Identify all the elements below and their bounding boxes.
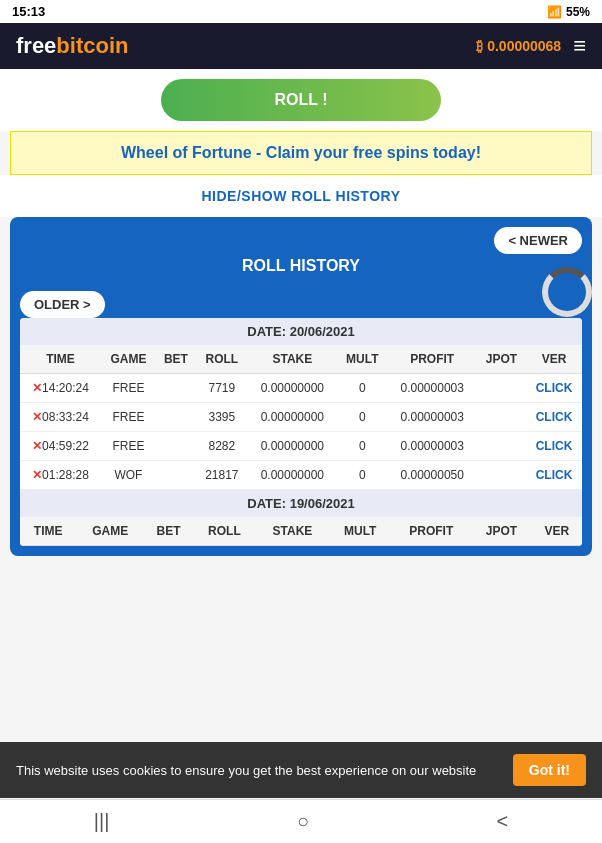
cell-time: ✕08:33:24 [20, 403, 101, 432]
click-link[interactable]: CLICK [536, 410, 573, 424]
click-link[interactable]: CLICK [536, 439, 573, 453]
time: 15:13 [12, 4, 45, 19]
cell-jpot [477, 403, 526, 432]
col-game: GAME [101, 345, 156, 374]
col-roll: ROLL [196, 345, 248, 374]
col-mult: MULT [337, 345, 388, 374]
cell-jpot [477, 374, 526, 403]
nav-back-button[interactable]: < [477, 802, 529, 841]
cell-roll: 21817 [196, 461, 248, 490]
date-row-2: DATE: 19/06/2021 [20, 490, 582, 517]
cell-time: ✕14:20:24 [20, 374, 101, 403]
x-icon: ✕ [32, 439, 42, 453]
col-stake: STAKE [248, 345, 337, 374]
cell-roll: 3395 [196, 403, 248, 432]
col-game-2: GAME [76, 517, 144, 546]
cell-roll: 8282 [196, 432, 248, 461]
history-table-2: TIME GAME BET ROLL STAKE MULT PROFIT JPO… [20, 517, 582, 546]
table-row: ✕01:28:28 WOF 21817 0.00000000 0 0.00000… [20, 461, 582, 490]
table-row: ✕14:20:24 FREE 7719 0.00000000 0 0.00000… [20, 374, 582, 403]
cell-mult: 0 [337, 374, 388, 403]
x-icon: ✕ [32, 468, 42, 482]
x-icon: ✕ [32, 410, 42, 424]
table-row: ✕04:59:22 FREE 8282 0.00000000 0 0.00000… [20, 432, 582, 461]
click-link[interactable]: CLICK [536, 381, 573, 395]
col-profit: PROFIT [388, 345, 477, 374]
col-ver-2: VER [532, 517, 582, 546]
col-bet-2: BET [144, 517, 193, 546]
cell-game: FREE [101, 403, 156, 432]
history-table-wrap: DATE: 20/06/2021 TIME GAME BET ROLL STAK… [20, 318, 582, 546]
toggle-history-link[interactable]: HIDE/SHOW ROLL HISTORY [202, 188, 401, 204]
cell-roll: 7719 [196, 374, 248, 403]
cookie-text: This website uses cookies to ensure you … [16, 763, 501, 778]
cell-ver[interactable]: CLICK [526, 432, 582, 461]
bottom-nav: ||| ○ < [0, 799, 602, 843]
cell-bet [156, 432, 196, 461]
btc-balance: ₿ 0.00000068 [476, 38, 561, 54]
status-icons: 📶 55% [547, 5, 590, 19]
signal-icon: 📶 [547, 5, 562, 19]
col-profit-2: PROFIT [391, 517, 471, 546]
cell-game: FREE [101, 432, 156, 461]
x-icon: ✕ [32, 381, 42, 395]
roll-btn-area: ROLL ! [0, 69, 602, 131]
cell-stake: 0.00000000 [248, 374, 337, 403]
col-bet: BET [156, 345, 196, 374]
header-right: ₿ 0.00000068 ≡ [476, 33, 586, 59]
click-link[interactable]: CLICK [536, 468, 573, 482]
col-mult-2: MULT [329, 517, 391, 546]
cell-profit: 0.00000003 [388, 403, 477, 432]
nav-home-button[interactable]: ○ [277, 802, 329, 841]
cell-game: FREE [101, 374, 156, 403]
cell-time: ✕01:28:28 [20, 461, 101, 490]
cell-bet [156, 461, 196, 490]
menu-icon[interactable]: ≡ [573, 33, 586, 59]
cell-stake: 0.00000000 [248, 432, 337, 461]
col-stake-2: STAKE [256, 517, 329, 546]
wof-banner[interactable]: Wheel of Fortune - Claim your free spins… [10, 131, 592, 175]
cell-ver[interactable]: CLICK [526, 461, 582, 490]
cell-ver[interactable]: CLICK [526, 403, 582, 432]
cell-profit: 0.00000003 [388, 374, 477, 403]
older-button[interactable]: OLDER > [20, 291, 105, 318]
cell-jpot [477, 432, 526, 461]
got-it-button[interactable]: Got it! [513, 754, 586, 786]
col-roll-2: ROLL [193, 517, 256, 546]
history-table-1: TIME GAME BET ROLL STAKE MULT PROFIT JPO… [20, 345, 582, 490]
cell-profit: 0.00000050 [388, 461, 477, 490]
status-bar: 15:13 📶 55% [0, 0, 602, 23]
cell-bet [156, 374, 196, 403]
cell-game: WOF [101, 461, 156, 490]
nav-menu-button[interactable]: ||| [74, 802, 130, 841]
cell-stake: 0.00000000 [248, 461, 337, 490]
battery: 55% [566, 5, 590, 19]
col-time-2: TIME [20, 517, 76, 546]
date-row-1: DATE: 20/06/2021 [20, 318, 582, 345]
col-ver: VER [526, 345, 582, 374]
col-jpot: JPOT [477, 345, 526, 374]
table-row: ✕08:33:24 FREE 3395 0.00000000 0 0.00000… [20, 403, 582, 432]
cell-stake: 0.00000000 [248, 403, 337, 432]
cell-profit: 0.00000003 [388, 432, 477, 461]
wof-banner-text: Wheel of Fortune - Claim your free spins… [121, 144, 481, 161]
cell-jpot [477, 461, 526, 490]
cell-mult: 0 [337, 432, 388, 461]
logo: freebitcoin [16, 33, 128, 59]
roll-history-container: < NEWER ROLL HISTORY OLDER > DATE: 20/06… [10, 217, 592, 556]
col-time: TIME [20, 345, 101, 374]
toggle-history: HIDE/SHOW ROLL HISTORY [0, 175, 602, 217]
cell-time: ✕04:59:22 [20, 432, 101, 461]
cell-ver[interactable]: CLICK [526, 374, 582, 403]
col-jpot-2: JPOT [471, 517, 531, 546]
cell-mult: 0 [337, 461, 388, 490]
cell-mult: 0 [337, 403, 388, 432]
newer-button[interactable]: < NEWER [494, 227, 582, 254]
loading-spinner [542, 267, 592, 317]
logo-bitcoin: bitcoin [56, 33, 128, 58]
roll-button[interactable]: ROLL ! [161, 79, 441, 121]
logo-free: free [16, 33, 56, 58]
header: freebitcoin ₿ 0.00000068 ≡ [0, 23, 602, 69]
roll-history-header: < NEWER ROLL HISTORY [20, 227, 582, 275]
cookie-banner: This website uses cookies to ensure you … [0, 742, 602, 798]
